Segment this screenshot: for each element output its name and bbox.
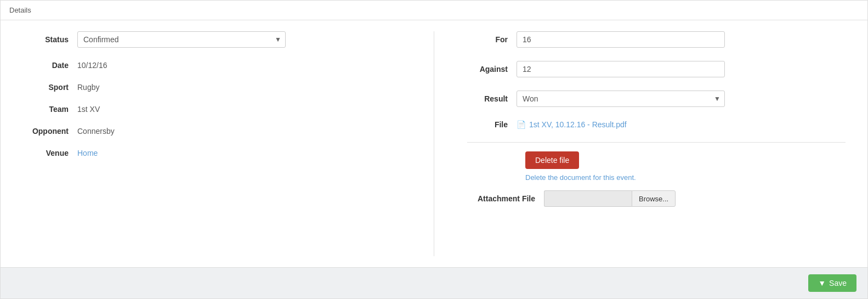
delete-file-button[interactable]: Delete file [525, 151, 579, 169]
browse-button[interactable]: Browse... [632, 190, 676, 207]
file-section: Delete file Delete the document for this… [467, 142, 846, 182]
date-value: 10/12/16 [77, 61, 107, 70]
team-value: 1st XV [77, 105, 100, 114]
against-row: Against [467, 61, 846, 77]
sport-value: Rugby [77, 83, 99, 92]
file-row: File 📄 1st XV, 10.12.16 - Result.pdf [467, 120, 846, 129]
file-name-value: 📄 1st XV, 10.12.16 - Result.pdf [517, 120, 627, 129]
result-label: Result [467, 94, 517, 103]
file-name-text: 1st XV, 10.12.16 - Result.pdf [529, 120, 627, 129]
page-wrapper: Details Status ConfirmedTentativeCancell… [0, 0, 868, 299]
result-row: Result WonLostDraw ▼ [467, 91, 846, 107]
result-select-wrapper: WonLostDraw ▼ [517, 91, 725, 107]
delete-document-link[interactable]: Delete the document for this event. [525, 173, 846, 182]
file-input-wrapper: Browse... [544, 190, 676, 207]
for-input[interactable] [517, 31, 725, 48]
venue-label: Venue [22, 149, 77, 157]
left-column: Status ConfirmedTentativeCancelled ▼ Dat… [22, 31, 434, 256]
team-row: Team 1st XV [22, 105, 401, 114]
for-row: For [467, 31, 846, 48]
status-row: Status ConfirmedTentativeCancelled ▼ [22, 31, 401, 48]
file-document-icon: 📄 [517, 120, 526, 129]
result-select[interactable]: WonLostDraw [517, 91, 725, 107]
attachment-row: Attachment File Browse... [467, 190, 846, 207]
sport-row: Sport Rugby [22, 83, 401, 92]
file-label: File [467, 120, 517, 129]
form-body: Status ConfirmedTentativeCancelled ▼ Dat… [1, 20, 867, 267]
save-icon: ▼ [818, 279, 826, 287]
date-row: Date 10/12/16 [22, 61, 401, 70]
opponent-row: Opponent Connersby [22, 127, 401, 136]
status-select[interactable]: ConfirmedTentativeCancelled [77, 31, 286, 48]
save-button[interactable]: ▼ Save [808, 274, 856, 292]
against-input[interactable] [517, 61, 725, 77]
team-label: Team [22, 105, 77, 114]
section-title-text: Details [9, 6, 31, 14]
date-label: Date [22, 61, 77, 70]
sport-label: Sport [22, 83, 77, 92]
attachment-label: Attachment File [467, 194, 544, 203]
status-label: Status [22, 35, 77, 44]
opponent-value: Connersby [77, 127, 115, 136]
file-input-text [544, 190, 632, 207]
venue-row: Venue Home [22, 149, 401, 157]
opponent-label: Opponent [22, 127, 77, 136]
footer-bar: ▼ Save [1, 267, 867, 298]
right-column: For Against Result WonLostDraw ▼ File [434, 31, 846, 256]
for-label: For [467, 35, 517, 44]
save-label: Save [829, 279, 847, 287]
section-title: Details [1, 1, 867, 20]
venue-value: Home [77, 149, 98, 157]
against-label: Against [467, 65, 517, 74]
status-select-wrapper: ConfirmedTentativeCancelled ▼ [77, 31, 286, 48]
